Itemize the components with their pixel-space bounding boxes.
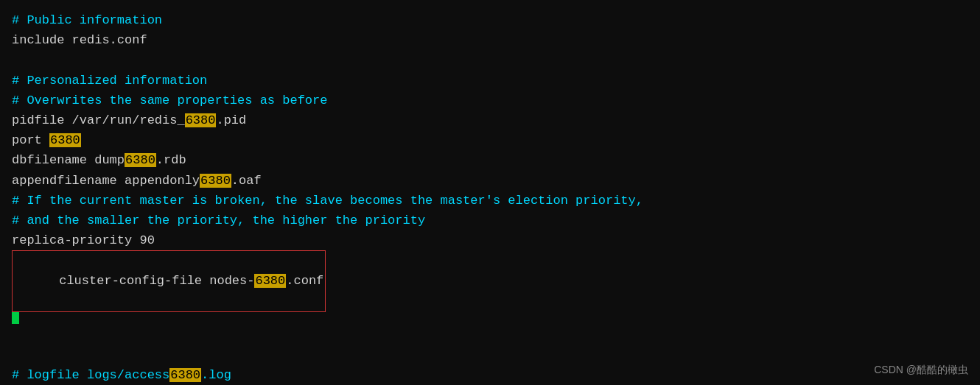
line-cursor: [12, 312, 968, 325]
line-comment-priority: # and the smaller the priority, the high…: [12, 211, 968, 230]
comment-text: # Public information: [12, 10, 162, 30]
comment-text: # logfile logs/access6380.log: [12, 365, 231, 385]
highlight-6380: 6380: [185, 113, 217, 127]
comment-text: # and the smaller the priority, the high…: [12, 211, 425, 230]
line-comment-master: # If the current master is broken, the s…: [12, 191, 968, 211]
highlight-6380: 6380: [200, 174, 231, 188]
line-replica-priority: replica-priority 90: [12, 230, 968, 250]
line-cluster-config: cluster-config-file nodes-6380.conf: [12, 250, 968, 312]
code-text: include redis.conf: [12, 30, 147, 50]
comment-text: # Personalized information: [12, 71, 207, 91]
code-text: dbfilename dump6380.rdb: [12, 150, 186, 170]
line-empty-2: [12, 325, 968, 345]
highlight-6380: 6380: [49, 133, 81, 147]
line-logfile-comment: # logfile logs/access6380.log: [12, 365, 968, 385]
code-text: appendfilename appendonly6380.oaf: [12, 171, 262, 191]
highlight-6380: 6380: [254, 274, 286, 288]
code-text: port 6380: [12, 130, 81, 150]
comment-text: # If the current master is broken, the s…: [12, 191, 643, 211]
highlight-6380: 6380: [125, 153, 156, 167]
line-dbfilename: dbfilename dump6380.rdb: [12, 150, 968, 170]
highlight-6380: 6380: [169, 368, 201, 382]
boxed-code: cluster-config-file nodes-6380.conf: [12, 250, 326, 312]
line-overwrites-comment: # Overwrites the same properties as befo…: [12, 91, 968, 110]
line-pidfile: pidfile /var/run/redis_6380.pid: [12, 110, 968, 130]
code-viewer: # Public information include redis.conf …: [0, 0, 980, 385]
line-include: include redis.conf: [12, 30, 968, 50]
code-text: cluster-config-file nodes-6380.conf: [59, 274, 323, 288]
line-empty-1: [12, 50, 968, 70]
code-text: replica-priority 90: [12, 230, 155, 250]
code-text: pidfile /var/run/redis_6380.pid: [12, 110, 246, 130]
line-port: port 6380: [12, 130, 968, 150]
line-personalized-comment: # Personalized information: [12, 71, 968, 91]
line-empty-3: [12, 345, 968, 365]
watermark: CSDN @酷酷的橄虫: [874, 361, 968, 378]
cursor-block: [12, 312, 19, 324]
line-appendfilename: appendfilename appendonly6380.oaf: [12, 171, 968, 191]
line-public-info: # Public information: [12, 10, 968, 30]
comment-text: # Overwrites the same properties as befo…: [12, 91, 327, 110]
